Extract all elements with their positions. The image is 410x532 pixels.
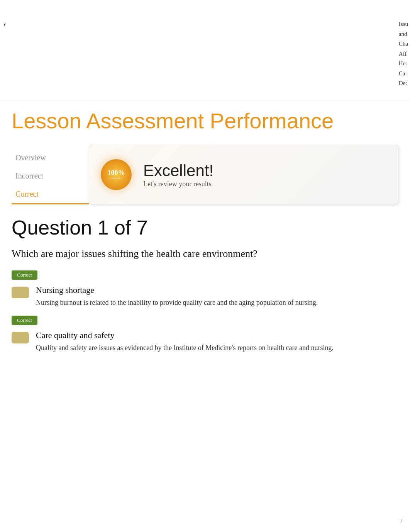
page-number: / xyxy=(401,518,402,524)
nav-partial-6: Ca: xyxy=(399,69,408,79)
answer-item-2: Care quality and safety Quality and safe… xyxy=(12,330,398,353)
answer-block-1: Correct Nursing shortage Nursing burnout… xyxy=(12,270,398,308)
top-bar: e Issu and Cha Aff He: Ca: De: xyxy=(0,0,410,100)
assessment-layout: Overview Incorrect Correct 100% CORRECT … xyxy=(12,145,398,204)
sidebar-item-overview[interactable]: Overview xyxy=(12,149,89,167)
sidebar-nav: Overview Incorrect Correct xyxy=(12,145,89,204)
page-title: Lesson Assessment Performance xyxy=(12,108,398,133)
sidebar-item-correct[interactable]: Correct xyxy=(12,185,89,204)
answer-explanation-1: Nursing burnout is related to the inabil… xyxy=(36,297,318,308)
score-subtext: Let's review your results xyxy=(143,180,213,188)
score-circle: 100% CORRECT xyxy=(101,159,132,190)
answer-title-1: Nursing shortage xyxy=(36,285,318,295)
main-content: Lesson Assessment Performance Overview I… xyxy=(0,100,410,376)
top-bar-left-char: e xyxy=(4,21,7,28)
answer-title-2: Care quality and safety xyxy=(36,330,334,340)
question-section: Question 1 of 7 Which are major issues s… xyxy=(12,216,398,353)
nav-partial-1: Issu xyxy=(399,19,408,29)
sidebar-item-incorrect[interactable]: Incorrect xyxy=(12,167,89,185)
answer-block-2: Correct Care quality and safety Quality … xyxy=(12,316,398,353)
score-heading: Excellent! xyxy=(143,161,213,180)
score-label: CORRECT xyxy=(109,177,123,180)
question-text: Which are major issues shifting the heal… xyxy=(12,247,398,261)
top-bar-right-nav: Issu and Cha Aff He: Ca: De: xyxy=(399,19,410,88)
nav-partial-2: and xyxy=(399,29,408,39)
score-text: Excellent! Let's review your results xyxy=(143,161,213,188)
answer-icon-1 xyxy=(12,287,29,298)
question-counter: Question 1 of 7 xyxy=(12,216,398,239)
nav-partial-7: De: xyxy=(399,78,408,88)
answer-status-badge-2: Correct xyxy=(12,316,37,325)
answer-status-badge-1: Correct xyxy=(12,270,37,280)
score-panel: 100% CORRECT Excellent! Let's review you… xyxy=(89,145,398,204)
answer-content-2: Care quality and safety Quality and safe… xyxy=(36,330,334,353)
answer-item-1: Nursing shortage Nursing burnout is rela… xyxy=(12,285,398,308)
nav-partial-3: Cha xyxy=(399,39,408,49)
nav-partial-4: Aff xyxy=(399,49,408,59)
answer-icon-2 xyxy=(12,332,29,343)
answer-explanation-2: Quality and safety are issues as evidenc… xyxy=(36,343,334,353)
answer-content-1: Nursing shortage Nursing burnout is rela… xyxy=(36,285,318,308)
score-percentage: 100% xyxy=(108,169,125,176)
nav-partial-5: He: xyxy=(399,59,408,69)
